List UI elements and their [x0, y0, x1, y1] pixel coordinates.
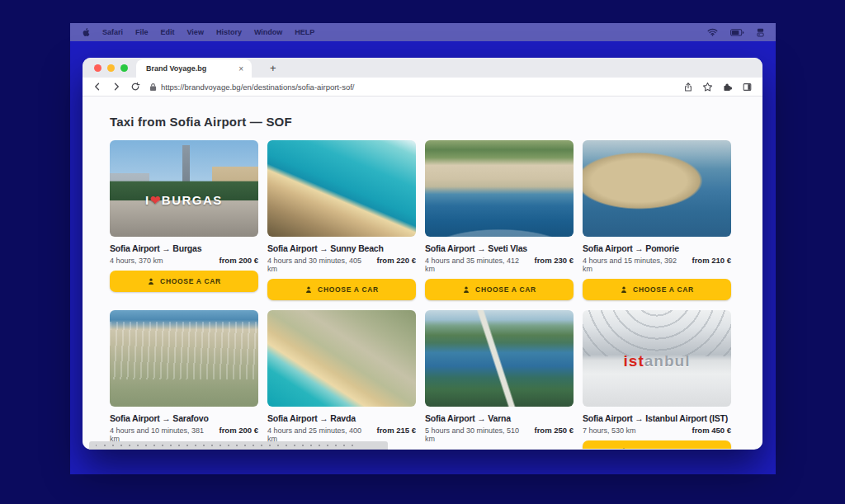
destination-image-burgas[interactable]: I❤BURGAS [110, 140, 258, 237]
page-content: Taxi from Sofia Airport — SOF I❤BURGAS S… [83, 97, 762, 449]
route-title: Sofia Airport → Pomorie [583, 243, 731, 253]
choose-car-button[interactable]: CHOOSE A CAR [425, 279, 574, 300]
route-title: Sofia Airport → Sveti Vlas [425, 243, 574, 253]
driver-icon [620, 447, 628, 450]
route-price: from 200 € [219, 256, 258, 265]
tab-title: Brand Voyage.bg [146, 64, 237, 73]
route-title: Sofia Airport → Ravda [267, 413, 416, 423]
route-title: Sofia Airport → Varna [425, 413, 574, 423]
destination-card-sarafovo: Sofia Airport → Sarafovo 4 hours and 10 … [110, 310, 258, 449]
bookmark-star-icon[interactable] [702, 82, 713, 92]
battery-icon[interactable] [730, 29, 744, 36]
driver-icon [462, 285, 470, 294]
route-price: from 220 € [376, 256, 416, 265]
route-details: 7 hours, 530 km [583, 426, 636, 435]
choose-car-button[interactable]: CHOOSE A CAR [583, 440, 731, 449]
route-title: Sofia Airport → Burgas [110, 243, 258, 253]
control-center-icon[interactable] [757, 28, 764, 37]
destination-image-sveti-vlas[interactable] [425, 140, 574, 237]
route-title: Sofia Airport → Istanbul Airport (IST) [583, 413, 731, 423]
menu-item-history[interactable]: History [216, 28, 242, 36]
browser-window: Brand Voyage.bg × + [83, 58, 762, 450]
destination-card-ravda: Sofia Airport → Ravda 4 hours and 25 min… [267, 310, 416, 449]
destination-image-pomorie[interactable] [583, 140, 731, 237]
forward-icon[interactable] [111, 82, 121, 92]
menu-item-help[interactable]: HELP [295, 28, 314, 36]
menu-bar: Safari File Edit View History Window HEL… [70, 23, 776, 41]
route-price: from 210 € [692, 256, 731, 265]
route-title: Sofia Airport → Sunny Beach [267, 243, 416, 253]
menu-item-view[interactable]: View [187, 28, 204, 36]
route-details: 4 hours and 25 minutes, 400 km [267, 426, 371, 443]
route-title: Sofia Airport → Sarafovo [110, 413, 258, 423]
route-price: from 250 € [534, 426, 574, 435]
destination-grid: I❤BURGAS Sofia Airport → Burgas 4 hours,… [110, 140, 735, 449]
menu-item-edit[interactable]: Edit [161, 28, 175, 36]
lock-icon [149, 82, 157, 92]
destination-card-istanbul: istanbul Sofia Airport → Istanbul Airpor… [583, 310, 731, 449]
reload-icon[interactable] [130, 82, 140, 92]
apple-menu-icon[interactable] [82, 27, 90, 37]
route-details: 4 hours and 35 minutes, 412 km [425, 257, 529, 273]
destination-card-varna: Sofia Airport → Varna 5 hours and 30 min… [425, 310, 574, 449]
driver-icon [304, 285, 313, 294]
istanbul-sign-text: istanbul [583, 352, 731, 370]
close-window-button[interactable] [94, 64, 101, 72]
destination-image-sarafovo[interactable] [110, 310, 258, 407]
desktop: Safari File Edit View History Window HEL… [70, 23, 776, 474]
close-tab-icon[interactable]: × [237, 64, 245, 73]
minimize-window-button[interactable] [107, 64, 115, 72]
menu-item-safari[interactable]: Safari [102, 28, 123, 36]
zoom-window-button[interactable] [120, 64, 128, 72]
route-details: 4 hours, 370 km [110, 257, 163, 265]
new-tab-button[interactable]: + [267, 59, 280, 78]
heart-icon: ❤ [150, 193, 162, 207]
window-controls [83, 58, 136, 78]
destination-card-sveti-vlas: Sofia Airport → Sveti Vlas 4 hours and 3… [425, 140, 574, 300]
horizontal-scrollbar[interactable] [89, 441, 388, 450]
route-price: from 200 € [219, 426, 258, 435]
menu-item-window[interactable]: Window [254, 28, 282, 36]
wifi-icon[interactable] [707, 28, 718, 36]
destination-image-istanbul[interactable]: istanbul [583, 310, 731, 407]
driver-icon [147, 277, 155, 286]
choose-car-button[interactable]: CHOOSE A CAR [110, 271, 258, 292]
address-bar: https://brandvoyage.bg/en/destinations/s… [83, 78, 762, 97]
tab-brand-voyage[interactable]: Brand Voyage.bg × [136, 59, 252, 78]
back-icon[interactable] [92, 82, 102, 92]
sidebar-toggle-icon[interactable] [742, 82, 753, 92]
page-title: Taxi from Sofia Airport — SOF [110, 115, 735, 129]
extensions-puzzle-icon[interactable] [722, 82, 733, 92]
screen: Safari File Edit View History Window HEL… [0, 0, 845, 504]
destination-card-burgas: I❤BURGAS Sofia Airport → Burgas 4 hours,… [110, 140, 258, 300]
destination-card-sunny-beach: Sofia Airport → Sunny Beach 4 hours and … [267, 140, 416, 300]
route-details: 5 hours and 30 minutes, 510 km [425, 426, 529, 443]
url-field[interactable]: https://brandvoyage.bg/en/destinations/s… [149, 82, 674, 92]
menu-item-file[interactable]: File [135, 28, 149, 36]
destination-card-pomorie: Sofia Airport → Pomorie 4 hours and 15 m… [583, 140, 731, 300]
destination-image-sunny-beach[interactable] [267, 140, 416, 237]
route-details: 4 hours and 30 minutes, 405 km [267, 257, 371, 273]
route-price: from 450 € [692, 426, 731, 435]
choose-car-button[interactable]: CHOOSE A CAR [267, 279, 416, 300]
burgas-sign-text: I❤BURGAS [110, 193, 258, 208]
url-text: https://brandvoyage.bg/en/destinations/s… [161, 82, 354, 92]
driver-icon [620, 285, 628, 294]
destination-image-varna[interactable] [425, 310, 574, 407]
route-details: 4 hours and 10 minutes, 381 km [110, 426, 214, 443]
route-price: from 215 € [376, 426, 416, 435]
route-details: 4 hours and 15 minutes, 392 km [583, 257, 687, 273]
choose-car-button[interactable]: CHOOSE A CAR [583, 279, 731, 300]
destination-image-ravda[interactable] [267, 310, 416, 407]
tab-strip: Brand Voyage.bg × + [83, 58, 762, 78]
share-icon[interactable] [683, 82, 693, 92]
route-price: from 230 € [534, 256, 574, 265]
